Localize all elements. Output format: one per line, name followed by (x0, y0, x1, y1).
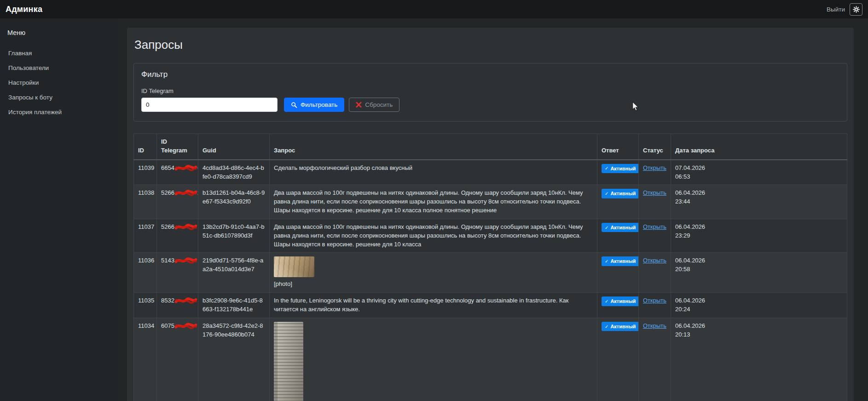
cell-answer: ✓Активный (597, 219, 639, 253)
filter-panel: Фильтр ID Telegram Фильтровать (133, 63, 847, 122)
filter-button[interactable]: Фильтровать (284, 98, 344, 112)
cell-query: Два шара массой по 100г подвешены на нит… (270, 185, 597, 219)
time-value: 20:58 (675, 265, 843, 274)
filter-title: Фильтр (141, 70, 839, 79)
open-link[interactable]: Открыть (643, 297, 666, 304)
cell-guid: 219d0d71-5756-4f8e-aa2a-4510a014d3e7 (198, 253, 270, 293)
body-row: Меню Главная Пользователи Настройки Запр… (0, 18, 868, 401)
app-title: Админка (6, 5, 42, 14)
redaction-scribble-icon (175, 322, 197, 330)
date-value: 07.04.2026 (675, 164, 843, 173)
open-link[interactable]: Открыть (643, 189, 666, 196)
cell-guid: 28a34572-c9fd-42e2-8176-90ee4860b074 (198, 318, 270, 401)
redaction-scribble-icon (175, 223, 197, 231)
cell-telegram-id: 66546 (157, 160, 198, 185)
open-link[interactable]: Открыть (643, 164, 666, 171)
cell-id: 11038 (134, 185, 157, 219)
status-badge-label: Активный (610, 298, 636, 304)
query-text: Два шара массой по 100г подвешены на нит… (274, 223, 593, 249)
requests-table-body: 11039 66546 4cd8ad34-d86c-4ec4-bfe0-d78c… (134, 160, 847, 401)
date-value: 06.04.2026 (675, 256, 843, 265)
open-link[interactable]: Открыть (643, 257, 666, 264)
tg-prefix: 5266 (161, 223, 174, 230)
status-badge: ✓Активный (602, 296, 639, 306)
open-link[interactable]: Открыть (643, 223, 666, 230)
table-row: 11034 6075 28a34572-c9fd-42e2-8176-90ee4… (134, 318, 847, 401)
cell-request-date: 07.04.2026 06:53 (671, 160, 847, 185)
sidebar-item-home[interactable]: Главная (0, 46, 118, 60)
query-text: Два шара массой по 100г подвешены на нит… (274, 189, 593, 215)
tg-prefix: 6654 (161, 164, 174, 171)
filter-row: Фильтровать Сбросить (141, 98, 839, 112)
sidebar-header: Меню (0, 23, 118, 46)
sidebar-item-users[interactable]: Пользователи (0, 60, 118, 75)
date-value: 06.04.2026 (675, 322, 843, 331)
header-query: Запрос (270, 134, 597, 160)
cell-query: Два шара массой по 100г подвешены на нит… (270, 219, 597, 253)
settings-button[interactable] (850, 3, 862, 16)
sidebar: Меню Главная Пользователи Настройки Запр… (0, 18, 118, 401)
cell-id: 11035 (134, 293, 157, 318)
cell-status: Открыть (639, 318, 671, 401)
cell-query: In the future, Leninogorsk will be a thr… (270, 293, 597, 318)
tg-prefix: 5266 (161, 189, 174, 196)
status-badge: ✓Активный (602, 223, 639, 232)
check-icon: ✓ (605, 258, 608, 264)
cell-request-date: 06.04.2026 20:58 (671, 253, 847, 293)
cell-guid: b3fc2908-9e6c-41d5-8663-f132178b441e (198, 293, 270, 318)
check-icon: ✓ (605, 324, 608, 330)
cell-telegram-id: 5266 (157, 219, 198, 253)
table-row: 11036 5143 219d0d71-5756-4f8e-aa2a-4510a… (134, 253, 847, 293)
cell-id: 11034 (134, 318, 157, 401)
cell-query: [photo] (270, 253, 597, 293)
sidebar-item-payment-history[interactable]: История платежей (0, 105, 118, 119)
tg-prefix: 5143 (161, 257, 174, 264)
header-answer: Ответ (597, 134, 639, 160)
header-request-date: Дата запроса (671, 134, 847, 160)
admin-app: Админка Выйти Меню Главная Поль (0, 0, 868, 401)
status-badge-label: Активный (610, 224, 636, 231)
query-photo-thumbnail[interactable] (274, 322, 303, 401)
cell-query: Сделать морфологический разбор слова вку… (270, 160, 597, 185)
cell-status: Открыть (639, 219, 671, 253)
query-photo-thumbnail[interactable] (274, 256, 314, 277)
table-row: 11037 5266 13b2cd7b-91c0-4aa7-b51c-db610… (134, 219, 847, 253)
sidebar-item-settings[interactable]: Настройки (0, 75, 118, 90)
cell-answer: ✓Активный (597, 293, 639, 318)
status-badge-label: Активный (610, 190, 636, 197)
status-badge-label: Активный (610, 323, 636, 330)
cell-guid: 13b2cd7b-91c0-4aa7-b51c-db6107890d3f (198, 219, 270, 253)
page-title: Запросы (134, 38, 846, 52)
cell-request-date: 06.04.2026 20:13 (671, 318, 847, 401)
status-badge: ✓Активный (602, 164, 639, 173)
tg-prefix: 6075 (161, 322, 174, 329)
cell-status: Открыть (639, 293, 671, 318)
tg-prefix: 8532 (161, 297, 174, 304)
header-id: ID (134, 134, 157, 160)
cell-id: 11036 (134, 253, 157, 293)
open-link[interactable]: Открыть (643, 322, 666, 329)
requests-table-head: ID ID Telegram Guid Запрос Ответ Статус … (134, 134, 847, 160)
telegram-id-label: ID Telegram (141, 87, 839, 94)
x-icon (356, 102, 362, 108)
cell-guid: b13d1261-b04a-46c8-9e67-f5343c9d92f0 (198, 185, 270, 219)
content-card: Запросы Фильтр ID Telegram Фильтровать (127, 28, 854, 401)
header-guid: Guid (198, 134, 270, 160)
cell-answer: ✓Активный (597, 185, 639, 219)
topbar: Админка Выйти (0, 0, 868, 18)
logout-link[interactable]: Выйти (827, 6, 845, 13)
status-badge: ✓Активный (602, 189, 639, 198)
status-badge-label: Активный (610, 258, 636, 264)
cell-telegram-id: 526625 (157, 185, 198, 219)
reset-button[interactable]: Сбросить (349, 98, 399, 112)
redaction-scribble-icon (175, 297, 197, 304)
time-value: 23:29 (675, 232, 843, 240)
sidebar-item-bot-requests[interactable]: Запросы к боту (0, 90, 118, 105)
status-badge: ✓Активный (602, 256, 639, 266)
cell-request-date: 06.04.2026 23:44 (671, 185, 847, 219)
cell-answer: ✓Активный (597, 318, 639, 401)
cell-telegram-id: 8532 (157, 293, 198, 318)
cell-status: Открыть (639, 160, 671, 185)
redaction-scribble-icon (175, 189, 197, 197)
telegram-id-input[interactable] (141, 98, 278, 112)
